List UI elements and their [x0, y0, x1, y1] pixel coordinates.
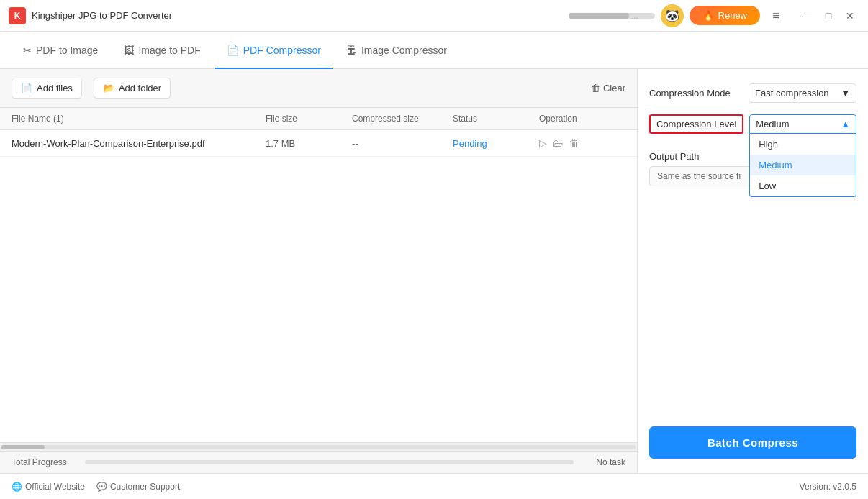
progress-status: No task	[582, 457, 625, 467]
scrollbar-area	[0, 442, 637, 451]
main-layout: 📄 Add files 📂 Add folder 🗑 Clear File Na…	[0, 69, 868, 473]
col-compressed: Compressed size	[352, 114, 453, 124]
add-folder-button[interactable]: 📂 Add folder	[94, 78, 171, 99]
scrollbar-track[interactable]	[1, 445, 636, 449]
app-icon: K	[9, 7, 26, 24]
col-filename: File Name (1)	[12, 114, 266, 124]
delete-icon[interactable]: 🗑	[569, 137, 579, 149]
maximize-button[interactable]: □	[819, 6, 838, 25]
close-button[interactable]: ✕	[841, 6, 859, 25]
batch-compress-button[interactable]: Batch Compress	[649, 426, 856, 459]
footer-left: 🌐 Official Website 💬 Customer Support	[12, 482, 180, 492]
chevron-down-icon: ▼	[841, 88, 850, 99]
add-folder-icon: 📂	[103, 83, 114, 93]
renew-button[interactable]: 🔥 Renew	[690, 6, 760, 25]
compression-level-select[interactable]: Medium ▲	[749, 114, 856, 134]
progress-label: Total Progress	[12, 457, 76, 467]
pdf-compressor-icon: 📄	[227, 45, 239, 56]
image-compressor-icon: 🗜	[347, 45, 357, 56]
file-size: 1.7 MB	[266, 138, 352, 149]
titlebar-left: K Kingshiper JPG to PDF Converter	[9, 7, 172, 24]
operation-icons: ▷ 🗁 🗑	[539, 137, 625, 149]
table-header: File Name (1) File size Compressed size …	[0, 108, 637, 130]
website-icon: 🌐	[12, 482, 22, 492]
tab-image-compressor[interactable]: 🗜 Image Compressor	[335, 32, 458, 69]
compressed-size: --	[352, 138, 453, 149]
left-panel: 📄 Add files 📂 Add folder 🗑 Clear File Na…	[0, 69, 638, 473]
compression-level-dropdown: High Medium Low	[749, 134, 856, 197]
version-label: Version: v2.0.5	[800, 482, 856, 492]
compression-level-row: Compression Level Medium ▲ High Medium L…	[649, 114, 856, 134]
chevron-up-icon: ▲	[841, 119, 850, 129]
official-website-link[interactable]: 🌐 Official Website	[12, 482, 85, 492]
toolbar-left: 📄 Add files 📂 Add folder	[12, 78, 171, 99]
add-files-button[interactable]: 📄 Add files	[12, 78, 82, 99]
minimize-button[interactable]: —	[797, 6, 816, 25]
support-icon: 💬	[96, 482, 107, 492]
titlebar-right: ... 🐼 🔥 Renew ≡ — □ ✕	[569, 4, 859, 27]
titlebar: K Kingshiper JPG to PDF Converter ... 🐼 …	[0, 0, 868, 32]
output-path-label: Output Path	[649, 151, 699, 162]
right-panel: Compression Mode Fast compression ▼ Comp…	[638, 69, 868, 473]
footer: 🌐 Official Website 💬 Customer Support Ve…	[0, 473, 868, 499]
toolbar: 📄 Add files 📂 Add folder 🗑 Clear	[0, 69, 637, 108]
scrollbar-thumb[interactable]	[1, 445, 45, 449]
customer-support-link[interactable]: 💬 Customer Support	[96, 482, 180, 492]
progress-bar-area: Total Progress No task	[0, 451, 637, 473]
app-title: Kingshiper JPG to PDF Converter	[32, 10, 172, 21]
status-badge: Pending	[453, 138, 539, 149]
file-name: Modern-Work-Plan-Comparison-Enterprise.p…	[12, 138, 266, 149]
image-to-pdf-icon: 🖼	[124, 45, 134, 56]
pdf-to-image-icon: ✂	[23, 45, 32, 56]
menu-button[interactable]: ≡	[766, 6, 786, 26]
clear-button[interactable]: 🗑 Clear	[591, 83, 625, 93]
clear-icon: 🗑	[591, 83, 600, 93]
tab-pdf-compressor[interactable]: 📄 PDF Compressor	[215, 32, 333, 69]
compression-level-dropdown-container: Medium ▲ High Medium Low	[749, 114, 856, 134]
dropdown-item-low[interactable]: Low	[750, 175, 856, 196]
col-status: Status	[453, 114, 539, 124]
nav-tabs: ✂ PDF to Image 🖼 Image to PDF 📄 PDF Comp…	[0, 32, 868, 69]
compression-level-label: Compression Level	[649, 114, 743, 134]
avatar: 🐼	[661, 4, 684, 27]
file-table: Modern-Work-Plan-Comparison-Enterprise.p…	[0, 130, 637, 442]
progress-indicator: ...	[569, 13, 655, 19]
tab-pdf-to-image[interactable]: ✂ PDF to Image	[12, 32, 109, 69]
tab-image-to-pdf[interactable]: 🖼 Image to PDF	[112, 32, 212, 69]
col-operation: Operation	[539, 114, 625, 124]
dropdown-item-high[interactable]: High	[750, 134, 856, 155]
renew-icon: 🔥	[702, 10, 714, 21]
compression-mode-select[interactable]: Fast compression ▼	[749, 83, 856, 103]
add-files-icon: 📄	[21, 83, 32, 93]
compression-mode-row: Compression Mode Fast compression ▼	[649, 83, 856, 103]
window-controls: — □ ✕	[797, 6, 859, 25]
col-filesize: File size	[266, 114, 352, 124]
folder-icon[interactable]: 🗁	[553, 137, 563, 149]
play-icon[interactable]: ▷	[539, 137, 547, 149]
compression-mode-label: Compression Mode	[649, 88, 743, 99]
table-row: Modern-Work-Plan-Comparison-Enterprise.p…	[0, 130, 637, 157]
dropdown-item-medium[interactable]: Medium	[750, 155, 856, 175]
progress-track	[85, 460, 574, 464]
